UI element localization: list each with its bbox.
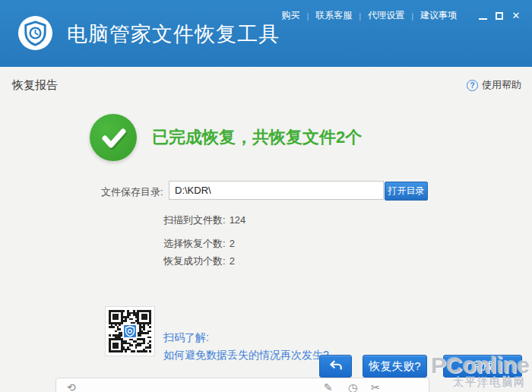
partial-circle-icon: ◷ bbox=[348, 382, 357, 392]
maximize-icon bbox=[496, 12, 503, 20]
qr-question-link[interactable]: 如何避免数据丢失的情况再次发生? bbox=[163, 349, 329, 362]
close-icon: ✕ bbox=[512, 11, 521, 21]
success-check-icon bbox=[90, 114, 137, 161]
recovery-complete-message: 已完成恢复，共恢复文件2个 bbox=[152, 126, 362, 149]
menu-suggestions[interactable]: 建议事项 bbox=[413, 8, 464, 24]
help-question-icon: ? bbox=[467, 80, 478, 91]
partial-arc-icon: ⟲ bbox=[67, 382, 76, 392]
menu-proxy-settings[interactable]: 代理设置 bbox=[361, 8, 411, 24]
undo-arrow-icon bbox=[328, 359, 344, 373]
menu-contact-support[interactable]: 联系客服 bbox=[309, 8, 359, 24]
stat-value: 2 bbox=[230, 255, 235, 267]
close-button[interactable]: ✕ bbox=[508, 9, 524, 23]
maximize-button[interactable] bbox=[491, 9, 508, 23]
menu-buy[interactable]: 购买 bbox=[274, 8, 306, 24]
stat-value: 2 bbox=[230, 238, 235, 249]
recovery-failed-button[interactable]: 恢复失败? bbox=[363, 355, 427, 378]
stat-label: 恢复成功个数: bbox=[163, 255, 226, 267]
minimize-button[interactable] bbox=[474, 9, 491, 23]
usage-help-button[interactable]: ? 使用帮助 bbox=[467, 78, 521, 92]
qr-center-shield-icon bbox=[122, 324, 138, 339]
save-directory-input[interactable] bbox=[169, 181, 384, 200]
back-button[interactable] bbox=[319, 355, 352, 378]
save-directory-label: 文件保存目录: bbox=[101, 185, 163, 199]
stat-label: 选择恢复个数: bbox=[163, 238, 226, 249]
stat-files-scanned: 扫描到文件数:124 bbox=[163, 213, 245, 227]
minimize-icon bbox=[479, 18, 487, 20]
page-title: 恢复报告 bbox=[12, 78, 58, 93]
open-directory-button[interactable]: 打开目录 bbox=[385, 182, 428, 201]
usage-help-label: 使用帮助 bbox=[482, 78, 521, 92]
stat-selected-count: 选择恢复个数:2 bbox=[163, 237, 235, 251]
partial-pen-icon: ✎ bbox=[324, 382, 333, 392]
qr-code bbox=[105, 306, 155, 356]
app-window: 电脑管家文件恢复工具 购买 | 联系客服 | 代理设置 | 建议事项 ✕ 恢复报… bbox=[0, 0, 532, 392]
stat-label: 扫描到文件数: bbox=[163, 214, 226, 226]
qr-caption: 扫码了解: bbox=[163, 331, 209, 345]
window-controls: ✕ bbox=[474, 9, 524, 23]
app-logo-shield-clock-icon bbox=[17, 15, 53, 51]
background-window-strip[interactable]: ⟲ ✎ ◷ ✂ bbox=[55, 378, 429, 392]
stat-value: 124 bbox=[230, 214, 246, 226]
app-title: 电脑管家文件恢复工具 bbox=[67, 21, 280, 48]
done-button[interactable]: 完成 bbox=[443, 355, 522, 378]
title-bar-menu: 购买 | 联系客服 | 代理设置 | 建议事项 ✕ bbox=[274, 8, 524, 24]
stat-recovered-count: 恢复成功个数:2 bbox=[163, 254, 235, 268]
partial-scissors-icon: ✂ bbox=[371, 382, 380, 392]
title-bar: 电脑管家文件恢复工具 购买 | 联系客服 | 代理设置 | 建议事项 ✕ bbox=[0, 0, 532, 67]
watermark-subtitle: 太平洋电脑网 bbox=[453, 376, 526, 390]
